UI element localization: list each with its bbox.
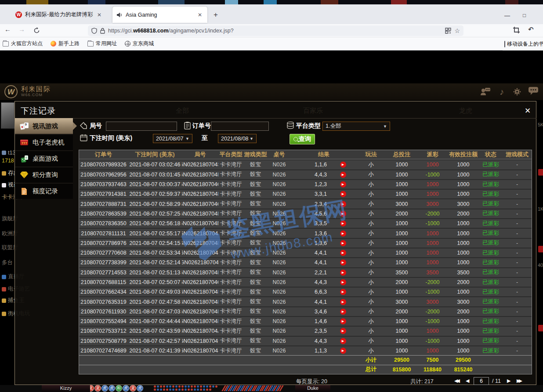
replay-play-icon[interactable]: ▶ [340, 240, 346, 246]
cell: 卡卡湾厅 [218, 199, 243, 208]
shield-icon[interactable] [91, 28, 97, 34]
replay-play-icon[interactable]: ▶ [340, 299, 346, 305]
forward-button[interactable]: → [18, 25, 25, 33]
music-icon[interactable]: ♪ [500, 87, 504, 97]
replay-play-icon[interactable]: ▶ [340, 201, 346, 207]
empty-cell [128, 356, 182, 364]
round-input[interactable] [106, 122, 177, 131]
sidebar-item-视讯游戏[interactable]: ♥9视讯游戏 [15, 118, 73, 134]
cell: 1000 [385, 190, 418, 198]
bead-dot [197, 385, 199, 388]
bookmark-item[interactable]: 京东商城 [125, 40, 154, 47]
replay-play-icon[interactable]: ▶ [340, 289, 346, 295]
replay-play-icon[interactable]: ▶ [340, 162, 346, 168]
first-page-icon: ◀◀ [454, 378, 461, 384]
cell: N026 [268, 258, 291, 267]
replay-play-icon[interactable]: ▶ [340, 181, 346, 187]
page-number-input[interactable]: 6 [474, 377, 489, 385]
reload-button[interactable] [33, 27, 40, 34]
menu-icon [2, 275, 6, 279]
tab-close-icon[interactable]: ✕ [96, 12, 102, 18]
svg-text:9: 9 [25, 123, 27, 126]
window-maximize-button[interactable]: □ [523, 12, 526, 18]
settings-gear-icon[interactable] [513, 88, 521, 96]
lock-icon[interactable] [100, 28, 105, 34]
screenshot-icon[interactable] [513, 27, 520, 33]
replay-play-icon[interactable]: ▶ [340, 211, 346, 217]
cell: N026 [268, 199, 291, 208]
replay-play-icon[interactable]: ▶ [340, 270, 346, 276]
replay-play-icon[interactable]: ▶ [340, 172, 346, 178]
roadmap-circle: 虎 [137, 385, 143, 392]
back-button[interactable]: ← [4, 25, 11, 33]
cell: - [502, 239, 532, 248]
sidebar-item-额度记录[interactable]: 额度记录 [15, 183, 73, 199]
date-from-select[interactable]: 2021/08/07 ▼ [153, 134, 192, 143]
order-input[interactable] [211, 122, 269, 131]
cell: 2021-08-07 02:47:58 [128, 297, 182, 306]
cell: 1000 [447, 219, 480, 228]
bookmark-item[interactable]: 新手上路 [51, 40, 80, 47]
replay-play-icon[interactable]: ▶ [340, 328, 346, 334]
bead-dot [181, 388, 184, 391]
sidebar-item-电子老虎机[interactable]: 777电子老虎机 [15, 134, 73, 150]
last-page-button[interactable]: ▶▶ [517, 378, 524, 384]
replay-play-icon[interactable]: ▶ [340, 250, 346, 256]
undo-icon[interactable]: ↶ [528, 25, 534, 33]
cell: -2000 [418, 307, 447, 316]
date-to-select[interactable]: 2021/08/08 ▼ [218, 134, 257, 143]
cell: - [502, 190, 532, 198]
first-page-button[interactable]: ◀◀ [454, 378, 461, 384]
empty-cell [79, 356, 128, 364]
cell: -1000 [418, 170, 447, 179]
chat-icon[interactable] [529, 87, 538, 95]
replay-play-icon[interactable]: ▶ [340, 220, 346, 227]
replay-play-icon[interactable]: ▶ [340, 259, 346, 266]
bookmark-mobile[interactable]: 移动设备上的书签 [503, 37, 543, 50]
empty-cell [182, 365, 218, 374]
browser-tab-asia-gaming[interactable]: Asia Gaming ✕ [112, 7, 207, 23]
cell: 骰宝 [243, 180, 268, 189]
replay-play-icon[interactable]: ▶ [340, 230, 346, 237]
bead-dot [191, 388, 193, 391]
bookmark-label: 火狐官方站点 [11, 40, 43, 47]
next-page-button[interactable]: ▶ [507, 378, 510, 384]
modal-sidebar: ♥9视讯游戏777电子老虎机6桌面游戏积分查询额度记录 [15, 118, 73, 199]
replay-play-icon[interactable]: ▶ [340, 191, 346, 197]
search-button[interactable]: 查询 [290, 134, 315, 144]
bead-dot [166, 385, 168, 388]
replay-play-icon[interactable]: ▶ [340, 318, 346, 324]
cell: 2000 [385, 307, 418, 316]
cell: 已派彩 [480, 268, 502, 277]
cell: 3000 [447, 199, 480, 208]
empty-cell [243, 365, 268, 374]
url-text[interactable]: https://gci.w668818.com/agingame/pcv1/in… [108, 28, 442, 34]
platform-select[interactable]: 1.全部 ▼ [322, 122, 390, 131]
url-bar[interactable]: https://gci.w668818.com/agingame/pcv1/in… [88, 25, 463, 36]
sidebar-item-桌面游戏[interactable]: 6桌面游戏 [15, 151, 73, 166]
modal-close-icon[interactable]: ✕ [525, 106, 531, 115]
table-row: 2108070277869762021-08-07 02:54:15GN0262… [79, 238, 532, 248]
qr-code-icon[interactable] [445, 28, 451, 34]
customer-service-icon[interactable] [480, 87, 491, 96]
empty-cell [182, 356, 218, 364]
replay-play-icon[interactable]: ▶ [340, 279, 346, 285]
sidebar-item-积分查询[interactable]: 积分查询 [15, 167, 73, 183]
magnifier-icon [293, 137, 298, 141]
browser-tab-w66[interactable]: W 利来国际-最给力的老牌博彩网站 ✕ [11, 7, 107, 23]
bookmark-star-icon[interactable]: ☆ [454, 27, 460, 34]
bookmark-item[interactable]: 火狐官方站点 [3, 40, 43, 47]
window-minimize-button[interactable]: — [504, 12, 510, 19]
replay-play-icon[interactable]: ▶ [340, 338, 346, 344]
result-value: 4,5,6 [302, 211, 340, 217]
new-tab-button[interactable]: + [214, 11, 218, 19]
url-domain: w668818.com [133, 28, 169, 34]
replay-play-icon[interactable]: ▶ [340, 309, 346, 315]
bead-dot [185, 385, 187, 388]
cell: 卡卡湾厅 [218, 170, 243, 179]
tab-close-icon[interactable]: ✕ [197, 12, 203, 18]
prev-page-button[interactable]: ◀ [466, 378, 469, 384]
replay-play-icon[interactable]: ▶ [340, 348, 346, 354]
bookmark-item[interactable]: 常用网址 [87, 40, 117, 47]
bead-dot [206, 388, 208, 391]
